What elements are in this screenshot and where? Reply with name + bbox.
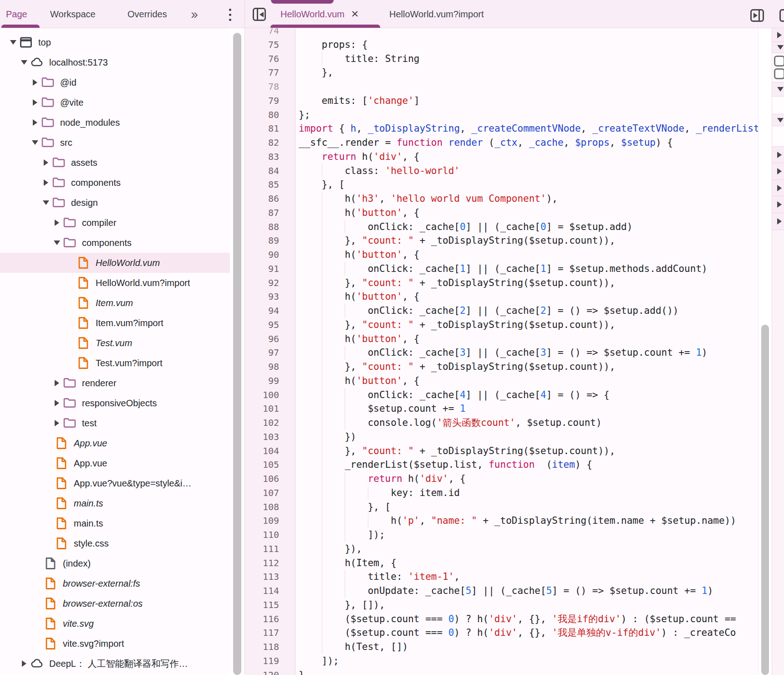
line-number[interactable]: 83 xyxy=(245,150,279,164)
line-number[interactable]: 115 xyxy=(245,598,279,612)
tree-item-top[interactable]: top xyxy=(0,32,230,52)
line-number[interactable]: 106 xyxy=(245,472,279,486)
code-line-85[interactable]: 85 }, [ xyxy=(245,178,758,192)
code-line-89[interactable]: 89 }, "count: " + _toDisplayString($setu… xyxy=(245,234,758,248)
tree-item-components[interactable]: components xyxy=(0,173,230,193)
line-number[interactable]: 120 xyxy=(245,668,279,675)
code-line-80[interactable]: 80}; xyxy=(245,108,758,122)
line-number[interactable]: 118 xyxy=(245,640,279,654)
tree-item-main-ts[interactable]: main.ts xyxy=(0,513,230,533)
tree-item-test[interactable]: test xyxy=(0,413,230,433)
code-line-103[interactable]: 103 }) xyxy=(245,430,758,444)
line-number[interactable]: 82 xyxy=(245,136,279,150)
code-line-118[interactable]: 118 h(Test, []) xyxy=(245,640,758,654)
line-number[interactable]: 99 xyxy=(245,374,279,388)
tree-item-item-vum[interactable]: Item.vum xyxy=(0,293,230,313)
expander-chevron-right-icon[interactable] xyxy=(29,77,41,88)
line-number[interactable]: 98 xyxy=(245,360,279,374)
code-line-101[interactable]: 101 $setup.count += 1 xyxy=(245,402,758,416)
close-tab-icon[interactable]: ✕ xyxy=(351,9,359,19)
line-number[interactable]: 76 xyxy=(245,52,279,66)
code-line-79[interactable]: 79 emits: ['change'] xyxy=(245,94,758,108)
expander-chevron-down-icon[interactable] xyxy=(29,137,41,148)
code-editor[interactable]: 7475 props: {76 title: String77 },7879 e… xyxy=(245,28,758,675)
sidebar-section-header[interactable] xyxy=(772,28,784,42)
line-number[interactable]: 78 xyxy=(245,80,279,94)
line-number[interactable]: 96 xyxy=(245,332,279,346)
code-line-86[interactable]: 86 h('h3', 'hello world vum Component'), xyxy=(245,192,758,206)
section-chevron-right-icon[interactable] xyxy=(777,218,782,225)
sidebar-section-content[interactable] xyxy=(772,53,784,82)
editor-scrollbar-thumb[interactable] xyxy=(761,325,769,675)
tree-item-browser-external-os[interactable]: browser-external:os xyxy=(0,593,230,614)
editor-scrollbar[interactable] xyxy=(758,28,772,675)
expander-chevron-right-icon[interactable] xyxy=(29,97,41,108)
code-line-113[interactable]: 113 title: 'item-1', xyxy=(245,570,758,584)
sidebar-section-header[interactable] xyxy=(772,82,784,97)
code-line-111[interactable]: 111 }), xyxy=(245,542,758,556)
tree-item-assets[interactable]: assets xyxy=(0,153,230,173)
code-line-109[interactable]: 109 h('p', "name: " + _toDisplayString(i… xyxy=(245,514,758,528)
code-line-83[interactable]: 83 return h('div', { xyxy=(245,150,758,164)
sidebar-section-header[interactable] xyxy=(772,180,784,196)
code-line-114[interactable]: 114 onUpdate: _cache[5] || (_cache[5] = … xyxy=(245,584,758,598)
code-line-98[interactable]: 98 }, "count: " + _toDisplayString($setu… xyxy=(245,360,758,374)
sidebar-section-header[interactable] xyxy=(772,114,784,126)
line-number[interactable]: 119 xyxy=(245,654,279,668)
navigator-scrollbar[interactable] xyxy=(230,28,244,675)
code-line-84[interactable]: 84 class: 'hello-world' xyxy=(245,164,758,178)
tab-overrides[interactable]: Overrides xyxy=(127,0,167,28)
tree-item-helloworld-vum-import[interactable]: HelloWorld.vum?import xyxy=(0,273,230,293)
line-number[interactable]: 93 xyxy=(245,290,279,304)
code-line-100[interactable]: 100 onClick: _cache[4] || (_cache[4] = (… xyxy=(245,388,758,402)
tree-item--id[interactable]: @id xyxy=(0,72,230,92)
expander-chevron-down-icon[interactable] xyxy=(51,237,63,249)
code-line-106[interactable]: 106 return h('div', { xyxy=(245,472,758,486)
section-chevron-down-icon[interactable] xyxy=(777,87,784,92)
line-number[interactable]: 92 xyxy=(245,276,279,290)
line-number[interactable]: 109 xyxy=(245,514,279,528)
code-line-93[interactable]: 93 h('button', { xyxy=(245,290,758,304)
line-number[interactable]: 108 xyxy=(245,500,279,514)
code-line-120[interactable]: 120} xyxy=(245,668,758,675)
line-number[interactable]: 102 xyxy=(245,416,279,430)
line-number[interactable]: 113 xyxy=(245,570,279,584)
line-number[interactable]: 86 xyxy=(245,192,279,206)
kebab-menu-icon[interactable] xyxy=(229,9,231,24)
line-number[interactable]: 79 xyxy=(245,94,279,108)
expander-chevron-right-icon[interactable] xyxy=(51,377,63,389)
tree-item-design[interactable]: design xyxy=(0,193,230,213)
code-line-99[interactable]: 99 h('button', { xyxy=(245,374,758,388)
section-chevron-down-icon[interactable] xyxy=(777,118,784,123)
tree-item-node-modules[interactable]: node_modules xyxy=(0,112,230,133)
tree-item-app-vue-vue-type-style-i-[interactable]: App.vue?vue&type=style&i… xyxy=(0,473,230,493)
code-line-115[interactable]: 115 }, []), xyxy=(245,598,758,612)
line-number[interactable]: 90 xyxy=(245,248,279,262)
line-number[interactable]: 107 xyxy=(245,486,279,500)
code-line-110[interactable]: 110 ]); xyxy=(245,528,758,542)
tab-page[interactable]: Page xyxy=(6,0,27,28)
line-number[interactable]: 85 xyxy=(245,178,279,192)
code-line-91[interactable]: 91 onClick: _cache[1] || (_cache[1] = $s… xyxy=(245,262,758,276)
section-chevron-down-icon[interactable] xyxy=(777,45,784,50)
editor-tab-helloworld-vum[interactable]: HelloWorld.vum✕ xyxy=(280,0,359,28)
code-line-88[interactable]: 88 onClick: _cache[0] || (_cache[0] = $s… xyxy=(245,220,758,234)
tree-item-vite-svg-import[interactable]: vite.svg?import xyxy=(0,634,230,654)
line-number[interactable]: 95 xyxy=(245,318,279,332)
code-line-104[interactable]: 104 }, "count: " + _toDisplayString($set… xyxy=(245,444,758,458)
section-chevron-right-icon[interactable] xyxy=(777,32,782,38)
section-chevron-right-icon[interactable] xyxy=(777,185,782,191)
tree-item-browser-external-fs[interactable]: browser-external:fs xyxy=(0,573,230,593)
section-chevron-right-icon[interactable] xyxy=(777,201,782,208)
line-number[interactable]: 74 xyxy=(245,28,279,38)
line-number[interactable]: 103 xyxy=(245,430,279,444)
code-line-119[interactable]: 119 ]); xyxy=(245,654,758,668)
tree-item-localhost-5173[interactable]: localhost:5173 xyxy=(0,52,230,72)
line-number[interactable]: 112 xyxy=(245,556,279,570)
tree-item--vite[interactable]: @vite xyxy=(0,92,230,112)
code-line-74[interactable]: 74 xyxy=(245,28,758,38)
tree-item-compiler[interactable]: compiler xyxy=(0,213,230,233)
tree-item-main-ts[interactable]: main.ts xyxy=(0,493,230,513)
line-number[interactable]: 89 xyxy=(245,234,279,248)
code-line-94[interactable]: 94 onClick: _cache[2] || (_cache[2] = ()… xyxy=(245,304,758,318)
